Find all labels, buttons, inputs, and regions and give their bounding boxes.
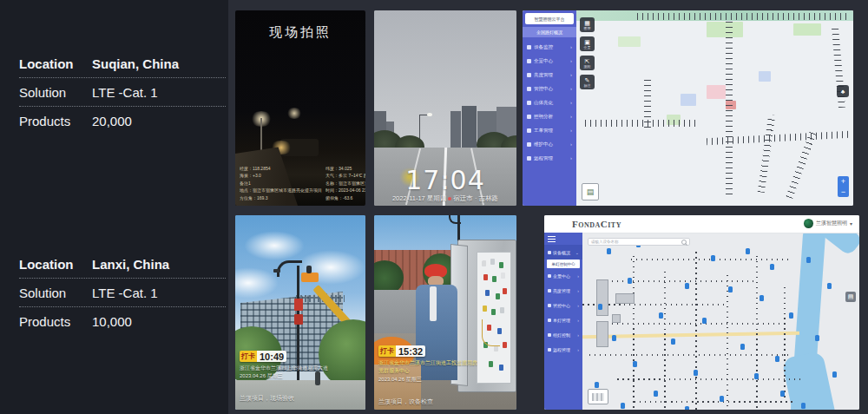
slide: Location Suqian, China Solution LTE -Cat… <box>0 0 868 414</box>
layers-tool-button[interactable]: ▦ 图层 <box>580 17 595 32</box>
lamp-head <box>273 269 280 273</box>
menu-icon <box>527 101 531 105</box>
sidebar-subitem[interactable]: 单灯控制中心 <box>547 260 580 268</box>
checkin-label: 打卡 <box>240 351 257 362</box>
meta-line: 天气：多云 7~14℃ 西北风 <box>326 172 365 180</box>
meta-line: 俯仰角：-63.6 <box>326 194 365 202</box>
zoom-out-button[interactable]: − <box>841 188 845 196</box>
map-park <box>618 36 641 47</box>
sidebar-menu: 设备监控› 全景中心› 亮度管理› 管控中心› 山体亮化› 照明分析› 工单管理… <box>523 40 576 165</box>
row-value: LTE -Cat. 1 <box>92 85 158 100</box>
sidebar-item[interactable]: 管控中心› <box>544 298 582 312</box>
cabinet-components <box>478 255 483 261</box>
overview-map-button[interactable] <box>588 389 608 404</box>
user-menu[interactable]: 兰溪智慧照明 ▾ <box>804 219 852 228</box>
table-row: Location Suqian, China <box>19 49 226 78</box>
search-icon <box>681 240 687 245</box>
table-row: Solution LTE -Cat. 1 <box>19 78 226 107</box>
row-value: LTE -Cat. 1 <box>92 286 158 300</box>
chevron-right-icon: › <box>570 44 572 49</box>
sidebar-item[interactable]: 山体亮化› <box>523 95 576 109</box>
light-markers-row <box>637 13 850 20</box>
meta-line: 时间：2023-04-06 23:13:27 <box>326 187 365 194</box>
map-building <box>596 321 608 347</box>
row-label: Products <box>19 314 92 329</box>
sidebar-item-active[interactable]: 设备概况⌄ <box>544 245 582 260</box>
sidebar-item[interactable]: 远程管理› <box>523 151 576 165</box>
sidebar-active-item[interactable]: 全国路灯概况 <box>523 27 576 37</box>
chevron-right-icon: › <box>570 141 572 147</box>
dotted-road <box>633 253 635 408</box>
dotted-road <box>784 283 786 398</box>
photo-lamp-installation: 打卡 10:49 浙江省金华市兰溪市上华街道迎宾大道 2023.04.26 星期… <box>235 215 365 410</box>
photo-cabinet-inspection: 打卡 15:32 浙江省金华市兰溪市兰江街道工投过渡用房 党群服务中心 2023… <box>374 215 516 410</box>
light-markers-column <box>758 115 775 193</box>
light-markers-column <box>786 131 817 199</box>
dotted-road <box>596 280 758 282</box>
sidebar-item[interactable]: 设备监控› <box>523 40 576 54</box>
screenshot-lighting-platform-lanxi: 请输入设备名称 ▤ FondaCity 兰溪智慧照明 ▾ 设备概况⌄ 单灯控制中… <box>544 215 859 410</box>
light-markers-row <box>585 120 698 127</box>
dotted-road <box>631 259 792 260</box>
table-row: Products 10,000 <box>19 307 226 335</box>
sidebar-item[interactable]: 管控中心› <box>523 82 576 95</box>
sidebar-item[interactable]: 全景中心› <box>544 268 582 283</box>
meta-line: 方位角：169.3 <box>240 194 322 202</box>
platform-title: 智慧照明云平台 <box>525 13 574 24</box>
checkin-badge: 打卡 10:49 <box>240 351 286 362</box>
zoom-control[interactable]: + − <box>838 176 849 197</box>
menu-icon <box>548 304 551 307</box>
layer-switch-button[interactable]: ♣ <box>837 85 849 97</box>
chevron-right-icon: › <box>570 128 572 133</box>
sidebar-item[interactable]: 全景中心› <box>523 54 576 68</box>
platform-header: FondaCity 兰溪智慧照明 ▾ <box>544 215 859 233</box>
sidebar-item[interactable]: 照明分析› <box>523 109 576 123</box>
sidebar-item[interactable]: 组灯控制› <box>544 327 582 342</box>
chevron-icon: ⌄ <box>575 250 579 255</box>
case-table-suqian: Location Suqian, China Solution LTE -Cat… <box>19 49 226 135</box>
sidebar-item[interactable]: 亮度管理› <box>523 68 576 82</box>
chevron-right-icon: › <box>570 58 572 63</box>
panorama-tool-button[interactable]: ▣ 全景 <box>580 36 595 51</box>
sidebar-item[interactable]: 工单管理› <box>523 123 576 137</box>
menu-icon <box>548 333 551 337</box>
building <box>450 111 461 148</box>
platform-sidebar: 智慧照明云平台 全国路灯概况 设备监控› 全景中心› 亮度管理› 管控中心› 山… <box>523 10 576 206</box>
measure-tool-button[interactable]: ⇱ 测距 <box>580 56 595 70</box>
hamburger-menu-icon[interactable] <box>548 236 556 242</box>
sidebar-item[interactable]: 维护中心› <box>523 137 576 151</box>
sidebar-item[interactable]: 亮度管理› <box>544 283 582 298</box>
dotted-road <box>756 253 758 410</box>
map-mode-button[interactable]: ▤ <box>845 292 856 302</box>
meta-line: 海拔：+3.0 <box>240 172 322 180</box>
map-block-blue <box>759 71 771 82</box>
sidebar-item[interactable]: 远程管理› <box>544 342 582 357</box>
menu-icon <box>548 251 551 254</box>
legend-button[interactable]: ▤ <box>582 183 599 200</box>
checkin-address: 浙江省金华市兰溪市上华街道迎宾大道 2023.04.26 星期三 <box>240 365 328 381</box>
street-lamp-head <box>427 113 432 116</box>
zoom-in-button[interactable]: + <box>841 178 845 186</box>
search-placeholder: 请输入设备名称 <box>591 240 619 244</box>
map-canvas[interactable]: 请输入设备名称 ▤ <box>582 233 859 410</box>
menu-icon <box>527 87 531 91</box>
device-search-input[interactable]: 请输入设备名称 <box>588 238 690 246</box>
chevron-icon: › <box>577 288 579 293</box>
map-canvas[interactable]: ▦ 图层 ▣ 全景 ⇱ 测距 ✎ 标注 ♣ + <box>576 10 853 206</box>
timestamp-dateline: 2022-11-17 星期四宿迁市 · 吉林路 <box>374 194 516 203</box>
mini-map-icon <box>592 393 604 401</box>
photo-night-installation: 现场拍照 经度：118.2854 海拔：+3.0 备注1 地点：宿迁市宿豫区城市… <box>235 10 365 206</box>
layer-switch-icon: ♣ <box>841 89 845 95</box>
chevron-right-icon: › <box>570 86 572 91</box>
menu-icon <box>548 274 551 278</box>
highway-yellow <box>582 332 799 338</box>
menu-icon <box>527 142 531 147</box>
panorama-icon: ▣ <box>584 39 590 45</box>
checkin-label: 打卡 <box>378 345 396 357</box>
annotate-tool-button[interactable]: ✎ 标注 <box>580 75 595 89</box>
sidebar-menu: 设备概况⌄ 单灯控制中心 全景中心› 亮度管理› 管控中心› 单灯管理› 组灯控… <box>544 245 582 357</box>
checkin-badge: 打卡 15:32 <box>378 345 425 357</box>
sidebar-item[interactable]: 单灯管理› <box>544 312 582 327</box>
jacket-strap <box>430 286 437 321</box>
light-markers-column <box>726 21 733 194</box>
